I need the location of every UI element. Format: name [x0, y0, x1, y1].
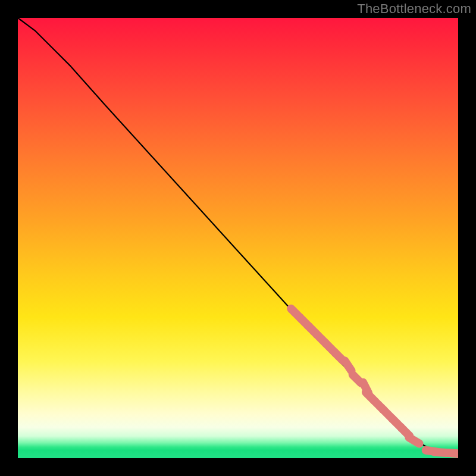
curve-svg — [18, 18, 458, 458]
bottleneck-curve-line — [18, 18, 458, 454]
plot-area — [18, 18, 458, 458]
watermark-text: TheBottleneck.com — [357, 1, 471, 17]
chart-frame: TheBottleneck.com — [0, 0, 476, 476]
highlight-marker — [409, 437, 419, 443]
highlight-marker — [345, 361, 352, 371]
highlight-marker — [452, 453, 458, 455]
highlight-markers — [291, 309, 458, 455]
